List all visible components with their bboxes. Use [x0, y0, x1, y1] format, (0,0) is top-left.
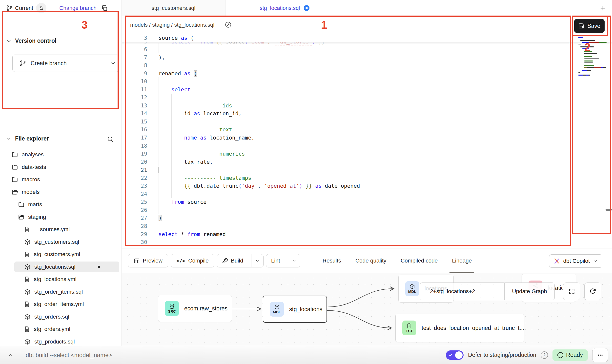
compile-button[interactable]: </> Compile	[171, 254, 214, 267]
create-branch-button[interactable]: Create branch	[12, 55, 119, 72]
build-main[interactable]: Build	[217, 254, 248, 267]
code-editor[interactable]: 3 source as ( 5 select * from {{ source(…	[122, 33, 612, 248]
code-line-text: id as location_id,	[147, 110, 612, 118]
code-line-5[interactable]: 5 select * from {{ source('ecom', 'raw_s…	[122, 42, 612, 45]
panel-tab-results[interactable]: Results	[323, 248, 341, 273]
lint-button[interactable]: Lint	[266, 254, 300, 267]
line-number: 10	[122, 78, 147, 86]
tab-stg-locations-sql[interactable]: stg_locations.sql	[225, 0, 344, 16]
lint-dropdown[interactable]	[288, 254, 300, 267]
code-line-23[interactable]: 23 {{ dbt.date_trunc('day', 'opened_at')…	[122, 182, 612, 190]
code-line-text: source as (	[147, 33, 612, 42]
code-line-15[interactable]: 15	[122, 118, 612, 126]
code-line-20[interactable]: 20 tax_rate,	[122, 158, 612, 166]
code-line-26[interactable]: 26	[122, 206, 612, 214]
more-options-button[interactable]	[592, 348, 608, 362]
minimap[interactable]	[577, 37, 605, 76]
lineage-node-stg-locations[interactable]: MDL stg_locations	[263, 296, 327, 323]
line-number: 15	[122, 118, 147, 126]
build-button[interactable]: Build	[217, 254, 264, 267]
lint-main[interactable]: Lint	[266, 254, 285, 267]
fullscreen-button[interactable]	[563, 283, 580, 300]
code-line-27[interactable]: 27)	[122, 214, 612, 222]
lineage-compass-icon[interactable]	[223, 19, 234, 30]
code-line-21[interactable]: 21	[122, 166, 612, 174]
code-line-7[interactable]: 7),	[122, 54, 612, 62]
code-line-14[interactable]: 14 id as location_id,	[122, 110, 612, 118]
tree-item-stg-order-items-yml[interactable]: stg_order_items.yml	[0, 298, 122, 311]
code-line-text: ---------- text	[147, 126, 612, 134]
create-branch-main[interactable]: Create branch	[13, 55, 107, 72]
code-line-19[interactable]: 19 ---------- numerics	[122, 150, 612, 158]
version-control-header[interactable]: Version control	[6, 38, 56, 44]
tree-item-stg-locations-sql[interactable]: stg_locations.sql	[0, 261, 122, 273]
tree-item-stg-customers-sql[interactable]: stg_customers.sql	[0, 236, 122, 248]
copy-icon[interactable]	[101, 5, 108, 12]
tree-item-stg-orders-sql[interactable]: stg_orders.sql	[0, 311, 122, 323]
lineage-node-test[interactable]: TST test_does_location_opened_at_trunc_t…	[395, 314, 524, 342]
code-line-16[interactable]: 16 ---------- text	[122, 126, 612, 134]
graph-selector-input[interactable]: 2+stg_locations+2	[420, 283, 505, 300]
code-line-18[interactable]: 18	[122, 142, 612, 150]
tree-item-stg-locations-yml[interactable]: stg_locations.yml	[0, 273, 122, 286]
lineage-canvas[interactable]: SRC ecom.raw_stores MDL stg_locations MD…	[122, 273, 612, 346]
code-line-12[interactable]: 12	[122, 94, 612, 102]
panel-tab-compiled-code[interactable]: Compiled code	[401, 248, 438, 273]
code-line-6[interactable]: 6	[122, 45, 612, 54]
code-line-text: select * from renamed	[147, 230, 612, 239]
lineage-node-ecom-raw-stores[interactable]: SRC ecom.raw_stores	[158, 295, 232, 322]
command-input[interactable]: dbt build --select <model_name>	[26, 352, 112, 359]
file-explorer-header[interactable]: File explorer	[6, 135, 49, 142]
tree-item-stg-customers-yml[interactable]: stg_customers.yml	[0, 248, 122, 261]
code-line-9[interactable]: 9renamed as (	[122, 70, 612, 78]
refresh-button[interactable]	[584, 283, 601, 300]
status-bar-right: Defer to staging/production ? Ready	[446, 348, 608, 362]
tree-item-macros[interactable]: macros	[0, 173, 122, 186]
change-branch-link[interactable]: Change branch	[59, 5, 96, 11]
code-line-13[interactable]: 13 ---------- ids	[122, 102, 612, 110]
test-badge: TST	[402, 321, 416, 335]
save-button[interactable]: Save	[574, 19, 605, 33]
code-line-17[interactable]: 17 name as location_name,	[122, 134, 612, 142]
compile-label: Compile	[188, 258, 209, 264]
dbt-copilot-button[interactable]: dbt Copilot	[549, 254, 602, 268]
new-tab-button[interactable]	[599, 4, 607, 12]
build-dropdown[interactable]	[251, 254, 263, 267]
preview-button[interactable]: Preview	[128, 254, 168, 267]
code-line-24[interactable]: 24	[122, 190, 612, 198]
update-graph-button[interactable]: Update Graph	[505, 283, 555, 300]
clipped-code-line: 5 select * from {{ source('ecom', 'raw_s…	[122, 42, 612, 45]
panel-tab-code-quality[interactable]: Code quality	[355, 248, 386, 273]
search-icon[interactable]	[107, 136, 114, 142]
tree-item-stg-orders-yml[interactable]: stg_orders.yml	[0, 323, 122, 336]
tree-item-data-tests[interactable]: data-tests	[0, 161, 122, 174]
create-branch-dropdown[interactable]	[107, 55, 119, 72]
status-badge[interactable]: Ready	[552, 349, 588, 361]
chevron-up-icon[interactable]	[7, 352, 14, 358]
sidebar-divider	[0, 132, 122, 132]
text-cursor	[159, 167, 159, 173]
code-line-10[interactable]: 10	[122, 78, 612, 86]
code-line-11[interactable]: 11 select	[122, 86, 612, 94]
code-line-text: ---------- ids	[147, 102, 612, 110]
panel-tab-lineage[interactable]: Lineage	[452, 248, 472, 273]
help-icon[interactable]: ?	[541, 351, 548, 359]
defer-toggle[interactable]	[446, 350, 464, 360]
code-line-29[interactable]: 29select * from renamed	[122, 230, 612, 239]
tree-item-staging[interactable]: staging	[0, 211, 122, 223]
unsaved-changes-dot	[304, 5, 309, 11]
code-line-22[interactable]: 22 ---------- timestamps	[122, 174, 612, 182]
scrollbar-thumb[interactable]	[606, 209, 612, 211]
code-lines[interactable]: 5 select * from {{ source('ecom', 'raw_s…	[122, 42, 612, 246]
tree-item-models[interactable]: models	[0, 186, 122, 199]
tree-item-marts[interactable]: marts	[0, 198, 122, 211]
tree-item-analyses[interactable]: analyses	[0, 148, 122, 161]
code-line-25[interactable]: 25 from source	[122, 198, 612, 206]
tree-item-stg-order-items-sql[interactable]: stg_order_items.sql	[0, 286, 122, 298]
dbt-ide-window: Current Change branch stg_customers.sql …	[0, 0, 612, 364]
code-line-30[interactable]: 30	[122, 238, 612, 246]
code-line-8[interactable]: 8	[122, 61, 612, 70]
tab-stg-customers-sql[interactable]: stg_customers.sql	[122, 0, 225, 16]
code-line-28[interactable]: 28	[122, 222, 612, 230]
tree-item--sources-yml[interactable]: __sources.yml	[0, 223, 122, 236]
